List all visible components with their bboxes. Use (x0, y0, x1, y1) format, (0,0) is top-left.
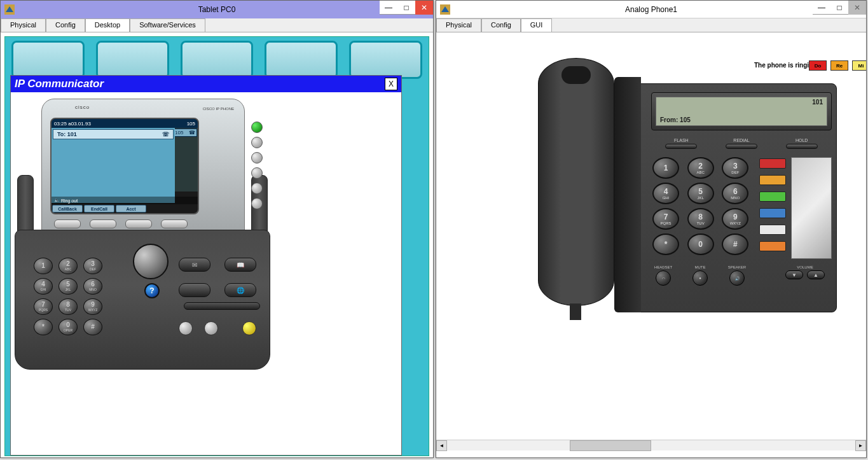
softbtn-1[interactable] (54, 220, 81, 228)
redial-button[interactable]: REDIAL (719, 138, 764, 150)
line-button-5[interactable] (251, 183, 263, 194)
dial-4[interactable]: 4GHI (652, 183, 679, 204)
line-button-2[interactable] (251, 137, 263, 148)
key-6[interactable]: 6MNO (83, 278, 102, 295)
volume-down-button[interactable]: ▼ (785, 270, 803, 279)
dial-7[interactable]: 7PQRS (652, 208, 679, 230)
titlebar-left[interactable]: Tablet PC0 — □ ✕ (1, 1, 433, 18)
desktop-launcher-5[interactable] (349, 41, 422, 79)
mute-button[interactable]: MUTE● (689, 265, 711, 286)
flash-button[interactable]: FLASH (659, 138, 703, 150)
key-5[interactable]: 5JKL (59, 278, 78, 295)
help-button[interactable]: ? (144, 283, 160, 298)
titlebar-right[interactable]: Analog Phone1 — □ ✕ (436, 1, 866, 18)
dial-2[interactable]: 2ABC (687, 157, 714, 179)
hold-button[interactable]: HOLD (780, 138, 824, 150)
tab-physical[interactable]: Physical (436, 18, 481, 32)
services-button[interactable]: 🌐 (224, 283, 256, 297)
close-button[interactable]: ✕ (848, 1, 866, 15)
dial-3[interactable]: 3DEF (722, 157, 748, 179)
volume-bar[interactable] (184, 302, 260, 310)
softbtn-3[interactable] (125, 220, 152, 228)
app-icon (4, 4, 15, 15)
maximize-button[interactable]: □ (830, 1, 848, 15)
line-button-1[interactable] (251, 122, 263, 133)
dial-6[interactable]: 6MNO (722, 183, 748, 204)
tabbar-left: Physical Config Desktop Software/Service… (1, 18, 433, 32)
to-label: To: 101 (57, 131, 77, 137)
tone-re-button[interactable]: Re (830, 60, 848, 71)
horizontal-scrollbar[interactable]: ◄ ► (436, 440, 866, 450)
close-button[interactable]: ✕ (415, 1, 433, 15)
tab-physical[interactable]: Physical (1, 18, 46, 32)
tone-do-button[interactable]: Do (809, 60, 827, 71)
color-key-green[interactable] (759, 192, 786, 202)
minimize-button[interactable]: — (813, 1, 830, 15)
key-4[interactable]: 4GHI (34, 278, 53, 295)
directories-button[interactable]: 📖 (224, 258, 256, 272)
dial-8[interactable]: 8TUV (687, 208, 714, 230)
nav-wheel[interactable] (133, 244, 169, 279)
speaker-icon: 🔈 (54, 198, 60, 203)
tab-software-services[interactable]: Software/Services (130, 18, 205, 32)
key-7[interactable]: 7PQRS (34, 298, 53, 315)
tab-gui[interactable]: GUI (521, 18, 553, 32)
minimize-button[interactable]: — (380, 1, 397, 15)
key-3[interactable]: 3DEF (83, 258, 102, 274)
messages-button[interactable]: ✉ (179, 258, 210, 272)
scroll-right-button[interactable]: ► (855, 440, 866, 451)
desktop-launcher-4[interactable] (265, 41, 338, 79)
softbtn-2[interactable] (90, 220, 116, 228)
softkey-callback[interactable]: CallBack (52, 205, 83, 213)
ipcomm-titlebar[interactable]: IP Communicator X (11, 76, 401, 92)
color-key-orange[interactable] (759, 175, 786, 185)
dial-9[interactable]: 9WXYZ (722, 208, 748, 230)
softbtn-4[interactable] (161, 220, 188, 228)
color-key-red[interactable] (759, 158, 786, 169)
speaker-button[interactable]: SPEAKER🔊 (726, 265, 748, 286)
headset-button[interactable] (204, 321, 218, 335)
headset-button[interactable]: HEADSET◠ (652, 265, 674, 286)
desktop-launcher-2[interactable] (96, 41, 169, 79)
side-ext-105[interactable]: 105 ☎ (173, 129, 197, 137)
key-star[interactable]: * (34, 319, 53, 335)
line-button-4[interactable] (251, 167, 263, 179)
line-button-6[interactable] (251, 198, 263, 209)
dial-hash[interactable]: # (722, 233, 748, 255)
scroll-track[interactable] (447, 440, 855, 451)
scroll-left-button[interactable]: ◄ (436, 440, 447, 451)
key-2[interactable]: 2ABC (59, 258, 78, 274)
dial-star[interactable]: * (652, 233, 679, 255)
settings-button[interactable] (179, 283, 210, 297)
tab-desktop[interactable]: Desktop (85, 18, 130, 32)
key-0[interactable]: 0OPER (59, 319, 78, 335)
color-key-amber[interactable] (759, 241, 786, 251)
tab-config[interactable]: Config (46, 18, 85, 32)
volume-up-button[interactable]: ▲ (807, 270, 825, 279)
color-key-white[interactable] (759, 225, 786, 235)
scroll-thumb[interactable] (570, 440, 651, 451)
key-9[interactable]: 9WXYZ (83, 298, 102, 315)
key-1[interactable]: 1 (34, 258, 53, 274)
tone-mi-button[interactable]: Mi (852, 60, 866, 71)
ipcomm-close-button[interactable]: X (385, 78, 397, 90)
analog-handset[interactable] (538, 58, 614, 306)
volume-label: VOLUME (797, 265, 813, 269)
mute-button[interactable] (179, 321, 193, 335)
softkey-endcall[interactable]: EndCall (84, 205, 114, 213)
key-hash[interactable]: # (83, 319, 102, 335)
dial-5[interactable]: 5JKL (687, 183, 714, 204)
desktop-launcher-3[interactable] (181, 41, 254, 79)
maximize-button[interactable]: □ (397, 1, 415, 15)
brand2-label: CISCO IP PHONE (203, 107, 234, 111)
dial-1[interactable]: 1 (652, 157, 679, 179)
desktop-launcher-1[interactable] (11, 41, 85, 79)
speaker-button[interactable] (242, 321, 256, 335)
line-button-3[interactable] (251, 152, 263, 164)
tab-config[interactable]: Config (481, 18, 521, 32)
mute-icon: ● (692, 270, 708, 286)
dial-0[interactable]: 0 (687, 233, 714, 255)
key-8[interactable]: 8TUV (59, 298, 78, 315)
color-key-blue[interactable] (759, 208, 786, 218)
softkey-acct[interactable]: Acct (116, 205, 146, 213)
